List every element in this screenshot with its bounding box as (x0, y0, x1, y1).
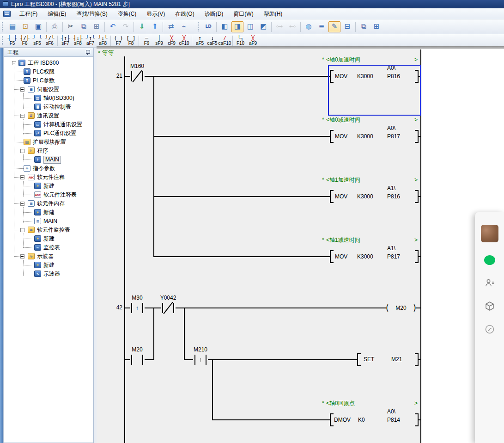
contact-m20-no[interactable] (130, 354, 145, 366)
rising-pulse-branch-button[interactable]: ┘↑└aF7 (85, 35, 97, 47)
instruction-op[interactable]: SET (364, 356, 387, 363)
tree-item-new-item[interactable]: ✶新建 (4, 261, 93, 270)
tree-item-scope-folder[interactable]: ∿示波器 (4, 252, 93, 261)
expand-collapse-box[interactable] (20, 254, 24, 258)
closed-contact-button[interactable]: ┤/├F6 (19, 35, 31, 47)
menu-convert[interactable]: 变换(C) (113, 8, 142, 19)
tree-item-dev-memory[interactable]: ≡软元件内存 (4, 199, 93, 208)
monitor-stop-button[interactable]: ⊷ (286, 21, 298, 32)
expand-collapse-box[interactable] (20, 202, 24, 206)
tree-item-new-item[interactable]: ✶新建 (4, 182, 93, 191)
menu-find-replace[interactable]: 查找/替换(S) (71, 8, 112, 19)
branch-comment[interactable]: <轴0减速时间 (326, 117, 409, 123)
collections-icon[interactable] (484, 301, 495, 312)
read-from-plc-button[interactable]: ⇑ (149, 21, 161, 32)
closed-branch-button[interactable]: ┘/└sF6 (44, 35, 56, 47)
tree-item-label[interactable]: MAIN (43, 156, 61, 164)
instruction-op[interactable]: MOV (335, 133, 356, 140)
undo-button[interactable]: ↶ (107, 21, 119, 32)
tree-item-label[interactable]: 示波器 (37, 252, 54, 261)
tree-item-label[interactable]: 扩展模块配置 (33, 138, 66, 147)
menu-window[interactable]: 窗口(W) (228, 8, 258, 19)
menu-edit[interactable]: 编辑(E) (43, 8, 71, 19)
instruction-dest[interactable]: P817 (387, 253, 411, 260)
menu-project[interactable]: 工程(F) (14, 8, 43, 19)
falling-pulse-button[interactable]: ┤↓├sF8 (72, 35, 84, 47)
redo-button[interactable]: ↷ (120, 21, 132, 32)
monitor-mode-button[interactable]: ◫ (244, 21, 256, 32)
tree-item-label[interactable]: PLC通讯设置 (43, 129, 76, 138)
contact-y0042-nc[interactable] (161, 302, 176, 314)
new-window-button[interactable]: ⊞ (370, 21, 383, 32)
statement-display-button[interactable]: ≡ (316, 21, 328, 32)
link-icon[interactable] (484, 324, 495, 335)
cut-button[interactable]: ✂ (65, 21, 77, 32)
tree-item-label[interactable]: MAIN (43, 217, 57, 226)
tree-item-main-program[interactable]: ⊦MAIN (4, 155, 93, 164)
tree-item-label[interactable]: 运动控制表 (43, 103, 71, 111)
branch-comment[interactable]: <轴1加速时间 (326, 177, 409, 183)
device-display-button[interactable]: ⊟ (341, 21, 353, 32)
expand-collapse-box[interactable] (20, 228, 24, 232)
pull-down-button[interactable]: ↓caF5 (206, 35, 219, 47)
copy-button[interactable]: ⧉ (78, 21, 90, 32)
tree-item-label[interactable]: 通讯设置 (37, 111, 59, 120)
tree-item-servo[interactable]: ≡伺服设置 (4, 85, 93, 94)
verify-with-plc-button[interactable]: ⇄ (165, 21, 177, 32)
vertical-line-button[interactable]: │sF9 (153, 35, 165, 47)
tree-item-label[interactable]: PLC权限 (33, 68, 55, 76)
new-file-button[interactable]: ▤ (6, 21, 18, 32)
tree-item-label[interactable]: 程序 (37, 147, 48, 155)
open-branch-button[interactable]: ┘ └sF5 (31, 35, 43, 47)
save-button[interactable]: ▣ (32, 21, 44, 32)
application-instruction-button[interactable]: [ ]F8 (125, 35, 137, 47)
slash-line-button[interactable]: ∕caF10 (219, 35, 231, 47)
delete-branch-button[interactable]: ╳aF9 (247, 35, 259, 47)
contact-m160-nc[interactable] (130, 70, 145, 82)
tree-item-comment-table[interactable]: ABC软元件注释表 (4, 191, 93, 199)
menu-online[interactable]: 在线(O) (170, 8, 199, 19)
tree-item-ext-module[interactable]: ▤扩展模块配置 (4, 138, 93, 147)
open-file-button[interactable]: ⊡ (19, 21, 31, 32)
tree-item-watch-table[interactable]: ∞监控表 (4, 243, 93, 252)
note-display-button[interactable]: ✎ (328, 21, 340, 32)
branch-comment[interactable]: <轴0回原点 (326, 400, 409, 406)
tree-item-motion-table[interactable]: ≣运动控制表 (4, 103, 93, 111)
menu-help[interactable]: 帮助(H) (259, 8, 288, 19)
contact-m210-rising[interactable]: ↑ (193, 354, 208, 366)
instruction-dest[interactable]: M21 (391, 356, 414, 363)
comment-display-button[interactable]: ◍ (303, 21, 315, 32)
tree-item-plc-param[interactable]: YPLC参数 (4, 76, 93, 85)
tree-item-memory-doc[interactable]: ≡MAIN (4, 217, 93, 226)
expand-collapse-box[interactable] (20, 87, 24, 92)
tree-item-label[interactable]: 软元件注释 (37, 173, 65, 182)
tree-item-program[interactable]: ⊦程序 (4, 147, 93, 155)
selection-cursor[interactable] (328, 65, 421, 116)
tree-item-watch-folder[interactable]: ∞软元件监控表 (4, 226, 93, 234)
coil-button[interactable]: ( )F7 (113, 35, 125, 47)
expand-collapse-box[interactable] (12, 61, 16, 65)
edit-mode-button[interactable]: ◧ (219, 21, 231, 32)
tree-item-label[interactable]: 监控表 (43, 243, 60, 252)
tree-item-label[interactable]: 新建 (43, 234, 55, 243)
delete-vertical-line-button[interactable]: ╳cF10 (178, 35, 190, 47)
tree-item-plc-comm[interactable]: ⇄PLC通讯设置 (4, 129, 93, 138)
rising-pulse-button[interactable]: ┤↑├sF7 (60, 35, 72, 47)
tree-item-label[interactable]: 新建 (43, 208, 55, 217)
expand-collapse-box[interactable] (20, 175, 24, 179)
tree-item-label[interactable]: 软元件内存 (37, 199, 65, 208)
tree-item-pc-comm[interactable]: ▭计算机通讯设置 (4, 120, 93, 129)
instruction-src[interactable]: K3000 (357, 133, 383, 140)
menu-diagnostics[interactable]: 诊断(D) (200, 8, 229, 19)
instruction-op[interactable]: MOV (335, 193, 356, 200)
instruction-dest[interactable]: P816 (387, 193, 411, 200)
branch-comment[interactable]: <轴0加速时间 (326, 56, 409, 63)
expand-collapse-box[interactable] (20, 149, 24, 153)
open-contact-button[interactable]: ┤ ├F5 (6, 35, 18, 47)
tree-item-label[interactable]: 软元件注释表 (43, 191, 77, 199)
tree-item-dev-comment[interactable]: ABC软元件注释 (4, 173, 93, 182)
tree-item-label[interactable]: 伺服设置 (37, 85, 59, 94)
monitor-start-button[interactable]: ⊶ (273, 21, 285, 32)
ladder-editor[interactable]: * 等等 21 M160 * <轴0加速时间 > MOV K3000 (97, 46, 504, 443)
monitor-write-mode-button[interactable]: ◩ (257, 21, 269, 32)
